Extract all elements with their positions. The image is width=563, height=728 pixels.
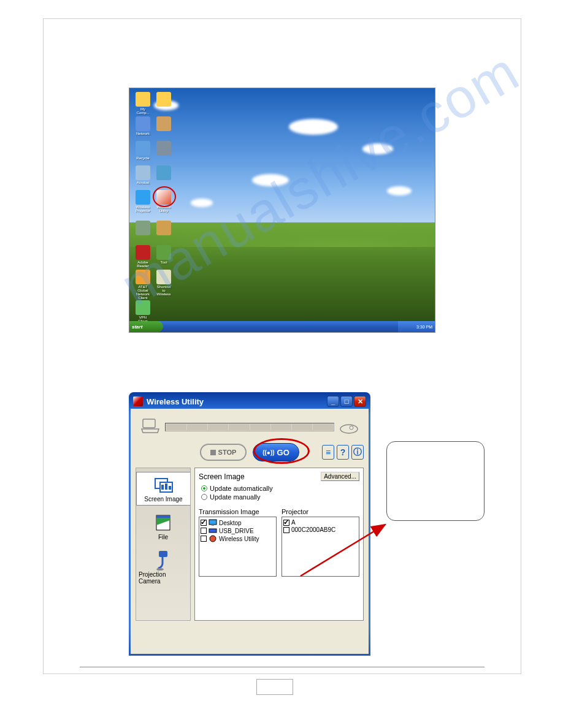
desktop-screenshot: My Comp... Network Recycle Acrobat Wirel… (129, 88, 435, 333)
svg-rect-10 (156, 515, 170, 518)
hill (129, 222, 435, 321)
list-item[interactable]: 000C2000AB9C (283, 526, 358, 533)
cloud-icon (252, 174, 289, 186)
tab-label: Projection Camera (139, 571, 188, 585)
stop-icon (210, 450, 216, 455)
client-area: STOP ((●)) GO ≡ ? ⓘ (131, 409, 369, 654)
window-title: Wireless Utility (147, 397, 327, 406)
radio-update-auto[interactable]: Update automatically (201, 485, 359, 492)
desktop-icon (209, 519, 217, 526)
svg-rect-14 (212, 525, 214, 526)
laptop-icon (139, 418, 161, 436)
tab-file[interactable]: File (150, 510, 177, 543)
item-label: Wireless Utility (219, 536, 259, 542)
list-item[interactable]: Wireless Utility (201, 535, 275, 542)
svg-rect-7 (169, 486, 171, 490)
stop-button[interactable]: STOP (200, 444, 247, 461)
file-icon (154, 514, 172, 531)
app-icon (133, 396, 143, 406)
list-icon-button[interactable]: ≡ (322, 445, 334, 460)
icon-label: Adobe Reader (134, 260, 151, 268)
go-button[interactable]: ((●)) GO (253, 443, 299, 461)
advanced-button[interactable]: Advanced... (321, 472, 359, 481)
antenna-icon: ((●)) (262, 449, 274, 456)
list-item[interactable]: A (283, 519, 358, 526)
desktop-icon-wireless-utility[interactable]: Wireless Utility (155, 190, 172, 213)
icon-label: Shortcut to Wireless (155, 285, 172, 296)
system-tray: 3:30 PM (398, 321, 435, 332)
window-frame: Wireless Utility _ □ ✕ (129, 392, 370, 656)
page-number-box (256, 679, 293, 695)
cloud-icon (289, 119, 338, 135)
radio-icon (201, 494, 207, 500)
camera-icon (154, 550, 172, 571)
titlebar: Wireless Utility _ □ ✕ (131, 394, 369, 409)
transmission-list[interactable]: Desktop USB_DRIVE Wireless Utility (199, 517, 277, 577)
svg-rect-13 (209, 520, 216, 525)
proj-heading: Projector (282, 508, 359, 515)
cloud-icon (191, 199, 213, 207)
icon-label: Acrobat (134, 181, 151, 184)
stop-label: STOP (218, 449, 237, 456)
go-label: GO (277, 448, 289, 457)
tab-bar: Screen Image File (136, 468, 191, 621)
screen-image-icon (153, 475, 175, 495)
progress-bar (165, 423, 334, 431)
tab-projection-camera[interactable]: Projection Camera (136, 548, 190, 587)
sky (129, 88, 435, 225)
projector-icon (338, 418, 360, 436)
divider (80, 667, 484, 667)
checkbox-icon[interactable] (201, 528, 207, 534)
list-item[interactable]: USB_DRIVE (201, 527, 275, 534)
panel: Screen Image Advanced... Update automati… (194, 468, 364, 621)
icon-label: Tool (155, 260, 172, 264)
maximize-button[interactable]: □ (340, 396, 353, 407)
item-label: A (291, 519, 296, 526)
drive-icon (209, 527, 217, 534)
cloud-icon (362, 143, 393, 154)
checkbox-icon[interactable] (201, 536, 207, 542)
cloud-icon (387, 186, 412, 195)
icon-label: Wireless Projector (134, 205, 151, 213)
panel-heading: Screen Image (199, 472, 245, 481)
taskbar: start 3:30 PM (129, 321, 435, 332)
utility-icon (209, 535, 217, 542)
help-icon-button[interactable]: ? (337, 445, 349, 460)
icon-label: AT&T Global Network Client (134, 285, 151, 300)
svg-point-12 (156, 568, 164, 571)
svg-rect-0 (143, 419, 155, 428)
radio-label: Update automatically (210, 485, 273, 492)
tab-label: Screen Image (144, 496, 182, 502)
close-button[interactable]: ✕ (354, 396, 366, 407)
info-icon-button[interactable]: ⓘ (351, 445, 364, 460)
projector-list[interactable]: A 000C2000AB9C (282, 517, 359, 577)
svg-point-1 (340, 425, 358, 433)
radio-label: Update manually (210, 493, 261, 501)
svg-point-16 (210, 536, 216, 542)
svg-rect-6 (165, 483, 167, 490)
radio-icon (201, 485, 207, 491)
item-label: USB_DRIVE (219, 528, 254, 534)
icon-label: Network (134, 132, 151, 135)
radio-update-manual[interactable]: Update manually (201, 493, 359, 501)
checkbox-icon[interactable] (283, 527, 289, 533)
svg-rect-11 (159, 551, 167, 557)
icon-label: Wireless Utility (155, 205, 172, 213)
start-button[interactable]: start (129, 321, 163, 332)
item-label: 000C2000AB9C (291, 526, 335, 533)
icon-label: My Comp... (134, 107, 151, 115)
minimize-button[interactable]: _ (327, 396, 339, 407)
trans-heading: Transmission Image (199, 508, 277, 515)
dialog-screenshot: Wireless Utility _ □ ✕ (129, 392, 370, 656)
tab-screen-image[interactable]: Screen Image (136, 472, 190, 506)
item-label: Desktop (219, 520, 242, 526)
list-item[interactable]: Desktop (201, 519, 275, 526)
tab-label: File (158, 534, 168, 540)
svg-point-2 (350, 426, 353, 430)
callout-box (386, 441, 484, 521)
icon-label: Recycle (134, 156, 151, 160)
checkbox-icon[interactable] (201, 520, 207, 526)
svg-rect-5 (161, 485, 164, 490)
checkbox-icon[interactable] (283, 520, 289, 526)
svg-rect-15 (209, 529, 216, 533)
